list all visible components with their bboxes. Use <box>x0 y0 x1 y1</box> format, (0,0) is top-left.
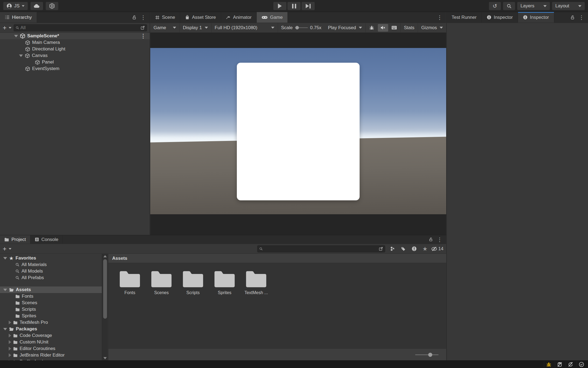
cache-server-status-button[interactable] <box>555 361 564 368</box>
hierarchy-search-input[interactable] <box>20 25 139 31</box>
cloud-services-button[interactable] <box>30 2 43 10</box>
favorites-filter-star-icon[interactable]: ★ <box>420 245 430 253</box>
filter-by-label-button[interactable] <box>398 245 408 253</box>
scrollbar-thumb[interactable] <box>103 259 107 319</box>
tree-row-all-materials[interactable]: All Materials <box>0 261 102 268</box>
account-button[interactable]: JS <box>3 2 28 10</box>
add-asset-button[interactable]: + <box>3 246 7 252</box>
kebab-menu-icon[interactable]: ⋮ <box>579 15 584 20</box>
project-search-field[interactable] <box>257 245 385 252</box>
debug-bug-button[interactable] <box>367 24 377 32</box>
expand-triangle-icon[interactable] <box>3 289 7 291</box>
asset-folder-textmesh-pro[interactable]: TextMesh ... <box>242 270 270 295</box>
gameobject-row-canvas[interactable]: Canvas <box>0 52 150 59</box>
gameobject-row-eventsystem[interactable]: EventSystem <box>0 65 150 72</box>
hidden-packages-toggle[interactable]: 14 <box>431 246 443 252</box>
open-search-window-icon[interactable] <box>379 246 383 251</box>
game-viewport[interactable] <box>150 33 446 235</box>
tree-row-editor-coroutines[interactable]: Editor Coroutines <box>0 345 102 352</box>
collapse-triangle-icon[interactable] <box>9 353 11 357</box>
tree-row-textmesh-pro[interactable]: TextMesh Pro <box>0 319 102 326</box>
scene-row[interactable]: SampleScene* ⋮ <box>0 33 150 39</box>
project-tree-scrollbar[interactable] <box>102 254 108 361</box>
scale-slider-thumb[interactable] <box>295 26 299 29</box>
on-screen-keyboard-button[interactable] <box>389 24 399 32</box>
tree-row-scenes[interactable]: Scenes <box>0 300 102 306</box>
expand-triangle-icon[interactable] <box>14 35 18 37</box>
scene-kebab-icon[interactable]: ⋮ <box>140 33 150 39</box>
game-target-dropdown[interactable]: Game <box>150 23 180 32</box>
tree-row-all-prefabs[interactable]: All Prefabs <box>0 275 102 281</box>
layers-dropdown[interactable]: Layers <box>517 2 550 10</box>
collapse-triangle-icon[interactable] <box>9 334 11 337</box>
lock-icon[interactable] <box>570 15 575 20</box>
tab-game[interactable]: Game <box>257 12 288 23</box>
play-focused-dropdown[interactable]: Play Focused <box>325 23 366 32</box>
lock-icon[interactable] <box>132 15 137 20</box>
tab-scene[interactable]: Scene <box>150 12 180 23</box>
gameobject-row-panel[interactable]: Panel <box>0 59 150 65</box>
gizmos-dropdown[interactable]: Gizmos <box>418 23 446 32</box>
tree-row-favorites[interactable]: ★ Favorites <box>0 255 102 261</box>
step-button[interactable] <box>302 2 315 10</box>
auto-refresh-status-button[interactable] <box>566 361 575 368</box>
resolution-dropdown[interactable]: Full HD (1920x1080) <box>212 23 278 32</box>
scale-slider[interactable] <box>295 27 308 28</box>
display-dropdown[interactable]: Display 1 <box>180 23 212 32</box>
scroll-up-arrow-icon[interactable] <box>103 255 107 257</box>
scroll-down-arrow-icon[interactable] <box>103 357 107 359</box>
tab-project[interactable]: Project <box>0 235 30 244</box>
zoom-slider-thumb[interactable] <box>428 353 432 357</box>
tab-asset-store[interactable]: Asset Store <box>180 12 221 23</box>
asset-folder-scripts[interactable]: Scripts <box>179 270 207 295</box>
collapse-triangle-icon[interactable] <box>9 347 11 351</box>
debugger-status-button[interactable] <box>544 361 553 368</box>
open-search-window-icon[interactable] <box>140 25 145 30</box>
unity-version-control-button[interactable] <box>46 2 58 10</box>
kebab-menu-icon[interactable]: ⋮ <box>437 237 442 242</box>
pause-button[interactable] <box>287 2 301 10</box>
tab-test-runner[interactable]: Test Runner <box>447 12 482 23</box>
asset-folder-sprites[interactable]: Sprites <box>211 270 238 295</box>
tab-inspector-2[interactable]: Inspector <box>518 12 554 23</box>
hierarchy-search-field[interactable] <box>14 24 147 31</box>
tab-inspector-1[interactable]: Inspector <box>482 12 518 23</box>
kebab-menu-icon[interactable]: ⋮ <box>437 15 442 20</box>
tree-row-code-coverage[interactable]: Code Coverage <box>0 332 102 339</box>
add-dropdown-icon[interactable] <box>9 248 11 250</box>
thumbnail-zoom-slider[interactable] <box>415 354 439 355</box>
expand-triangle-icon[interactable] <box>3 328 7 330</box>
global-search-button[interactable] <box>503 2 515 10</box>
tab-hierarchy[interactable]: Hierarchy <box>0 12 37 23</box>
layout-dropdown[interactable]: Layout <box>552 2 585 10</box>
lock-icon[interactable] <box>428 237 433 242</box>
tree-row-fonts[interactable]: Fonts <box>0 293 102 300</box>
gameobject-row-main-camera[interactable]: Main Camera <box>0 39 150 46</box>
expand-triangle-icon[interactable] <box>19 55 23 57</box>
log-filter-button[interactable] <box>409 245 419 253</box>
stats-button[interactable]: Stats <box>400 23 418 32</box>
filter-by-type-button[interactable] <box>387 245 397 253</box>
tab-console[interactable]: Console <box>30 235 63 244</box>
tree-row-packages[interactable]: Packages <box>0 326 102 332</box>
kebab-menu-icon[interactable]: ⋮ <box>140 15 146 20</box>
project-search-input[interactable] <box>264 246 378 252</box>
collapse-triangle-icon[interactable] <box>9 321 11 324</box>
mute-audio-button[interactable] <box>378 24 388 32</box>
asset-folder-scenes[interactable]: Scenes <box>148 270 175 295</box>
add-dropdown-icon[interactable] <box>9 27 11 29</box>
tab-animator[interactable]: Animator <box>221 12 257 23</box>
expand-triangle-icon[interactable] <box>3 257 7 260</box>
gameobject-row-directional-light[interactable]: Directional Light <box>0 46 150 52</box>
asset-folder-fonts[interactable]: Fonts <box>116 270 144 295</box>
tree-row-scripts[interactable]: Scripts <box>0 306 102 313</box>
tree-row-assets[interactable]: Assets <box>0 286 102 293</box>
tree-row-jetbrains-rider-editor[interactable]: JetBrains Rider Editor <box>0 352 102 358</box>
collapse-triangle-icon[interactable] <box>9 340 11 344</box>
undo-history-button[interactable]: ↺ <box>489 2 501 10</box>
add-gameobject-button[interactable]: + <box>3 25 7 31</box>
tree-row-custom-nunit[interactable]: Custom NUnit <box>0 339 102 345</box>
tree-row-all-models[interactable]: All Models <box>0 268 102 275</box>
background-tasks-button[interactable] <box>577 361 586 368</box>
play-button[interactable] <box>273 2 286 10</box>
